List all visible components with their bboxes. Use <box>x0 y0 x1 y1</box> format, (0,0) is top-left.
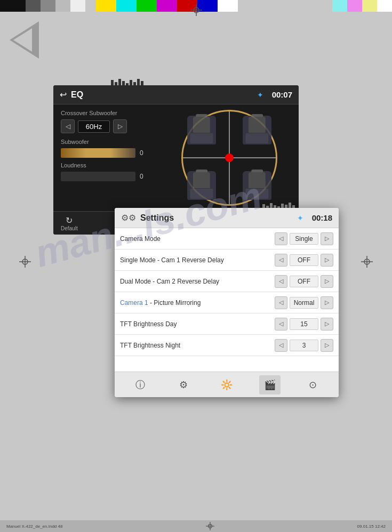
subwoofer-slider[interactable] <box>61 148 135 158</box>
dual-mode-value: OFF <box>290 276 318 287</box>
settings-tab-sound[interactable]: 🔆 <box>216 375 237 394</box>
picture-mirroring-increase-button[interactable]: ▷ <box>321 296 333 309</box>
single-mode-control: ◁ OFF ▷ <box>275 254 333 267</box>
brightness-day-control: ◁ 15 ▷ <box>275 318 333 331</box>
settings-tab-camera[interactable]: 🎬 <box>259 375 281 394</box>
crossover-decrease-button[interactable]: ◁ <box>61 119 75 133</box>
brightness-day-increase-button[interactable]: ▷ <box>321 318 333 331</box>
settings-row-brightness-night: TFT Brightness Night ◁ 3 ▷ <box>115 335 339 356</box>
settings-title: Settings <box>140 213 297 223</box>
color-lcyan <box>332 0 347 12</box>
bottom-left-text: Manuel X-422_de_en.Indd 48 <box>6 524 62 529</box>
speaker-circle <box>181 110 277 206</box>
settings-tab-general[interactable]: ⚙ <box>173 375 194 394</box>
dual-mode-control: ◁ OFF ▷ <box>275 275 333 288</box>
settings-row-dual-mode: Dual Mode - Cam 2 Reverse Delay ◁ OFF ▷ <box>115 271 339 292</box>
settings-row-brightness-day: TFT Brightness Day ◁ 15 ▷ <box>115 313 339 335</box>
color-mgray <box>41 0 55 12</box>
color-lyellow <box>362 0 377 12</box>
loudness-slider[interactable] <box>61 172 135 181</box>
color-lmagenta <box>347 0 362 12</box>
eq-speaker-visual <box>160 104 299 211</box>
camera-mode-decrease-button[interactable]: ◁ <box>275 232 287 245</box>
color-cyan <box>116 0 137 12</box>
seat-front-right[interactable] <box>243 116 271 144</box>
brightness-night-control: ◁ 3 ▷ <box>275 339 333 352</box>
eq-body: Crossover Subwoofer ◁ 60Hz ▷ Subwoofer 0… <box>53 104 299 211</box>
brightness-day-label: TFT Brightness Day <box>120 320 275 328</box>
bottom-crosshair-icon <box>206 522 214 530</box>
single-mode-increase-button[interactable]: ▷ <box>321 254 333 267</box>
picture-mirroring-value: Normal <box>290 297 318 309</box>
camera-mode-control: ◁ Single ▷ <box>275 232 333 245</box>
arrow-decoration-inner <box>13 28 32 52</box>
settings-screen: ⚙⚙ Settings ✦ 00:18 Camera Mode ◁ Single… <box>115 208 339 397</box>
camera-tab-icon: 🎬 <box>264 379 276 391</box>
seat-front-left[interactable] <box>187 116 216 144</box>
color-magenta <box>157 0 177 12</box>
camera-mode-value: Single <box>290 233 318 245</box>
default-label: Default <box>61 225 78 231</box>
crossover-value: 60Hz <box>78 120 110 133</box>
color-lgray <box>55 0 70 12</box>
bottom-bar: Manuel X-422_de_en.Indd 48 09.01.15 12:4… <box>0 520 392 532</box>
camera1-highlight: Camera 1 <box>120 299 148 307</box>
color-white3 <box>377 0 392 12</box>
brightness-day-value: 15 <box>290 318 318 330</box>
sound-tab-icon: 🔆 <box>221 379 233 391</box>
settings-tab-info[interactable]: ⓘ <box>130 375 151 394</box>
settings-gear-icon: ⚙⚙ <box>121 213 136 223</box>
eq-bluetooth-icon: ✦ <box>257 91 263 99</box>
loudness-slider-row: 0 <box>61 172 153 181</box>
seat-rear-right[interactable] <box>243 171 271 200</box>
dual-mode-decrease-button[interactable]: ◁ <box>275 275 287 288</box>
loudness-value: 0 <box>140 173 143 180</box>
brightness-night-label: TFT Brightness Night <box>120 342 275 349</box>
crossover-control-row: ◁ 60Hz ▷ <box>61 119 153 133</box>
subwoofer-slider-row: 0 <box>61 148 153 158</box>
crossover-increase-button[interactable]: ▷ <box>113 119 127 133</box>
eq-default-button[interactable]: ↻ Default <box>61 215 78 231</box>
crossover-label: Crossover Subwoofer <box>61 110 153 116</box>
top-crosshair-icon <box>190 4 202 16</box>
brightness-night-increase-button[interactable]: ▷ <box>321 339 333 352</box>
picture-mirroring-decrease-button[interactable]: ◁ <box>275 296 287 309</box>
settings-time-display: 00:18 <box>312 213 332 222</box>
color-black <box>0 0 26 12</box>
settings-tab-extra[interactable]: ⊙ <box>302 375 324 394</box>
color-gap2 <box>238 0 332 12</box>
settings-row-camera-mode: Camera Mode ◁ Single ▷ <box>115 228 339 249</box>
picture-mirroring-label: Camera 1 - Picture Mirroring <box>120 299 275 307</box>
color-gap <box>85 0 96 12</box>
brightness-night-decrease-button[interactable]: ◁ <box>275 339 287 352</box>
extra-tab-icon: ⊙ <box>309 379 317 391</box>
color-dgray <box>26 0 41 12</box>
bottom-right-text: 09.01.15 12:42 <box>357 524 386 529</box>
eq-time-display: 00:07 <box>272 90 292 99</box>
camera-mode-label: Camera Mode <box>120 235 275 243</box>
seat-rear-left[interactable] <box>187 171 216 200</box>
single-mode-decrease-button[interactable]: ◁ <box>275 254 287 267</box>
dual-mode-increase-button[interactable]: ▷ <box>321 275 333 288</box>
eq-title: EQ <box>71 90 257 100</box>
brightness-night-value: 3 <box>290 340 318 351</box>
right-crosshair-icon <box>361 256 373 268</box>
subwoofer-label: Subwoofer <box>61 139 153 145</box>
single-mode-label: Single Mode - Cam 1 Reverse Delay <box>120 256 275 264</box>
left-crosshair-icon <box>19 256 31 268</box>
color-white <box>70 0 85 12</box>
settings-row-picture-mirroring: Camera 1 - Picture Mirroring ◁ Normal ▷ <box>115 292 339 313</box>
picture-mirroring-control: ◁ Normal ▷ <box>275 296 333 309</box>
info-tab-icon: ⓘ <box>135 378 145 391</box>
color-white2 <box>218 0 238 12</box>
eq-controls-panel: Crossover Subwoofer ◁ 60Hz ▷ Subwoofer 0… <box>53 104 160 211</box>
speaker-center-dot[interactable] <box>225 154 234 162</box>
eq-back-button[interactable]: ↩ <box>60 90 67 100</box>
single-mode-value: OFF <box>290 254 318 266</box>
color-yellow <box>96 0 116 12</box>
general-tab-icon: ⚙ <box>179 379 188 391</box>
settings-row-single-mode: Single Mode - Cam 1 Reverse Delay ◁ OFF … <box>115 249 339 271</box>
brightness-day-decrease-button[interactable]: ◁ <box>275 318 287 331</box>
camera-mode-increase-button[interactable]: ▷ <box>321 232 333 245</box>
eq-header: ↩ EQ ✦ 00:07 <box>53 85 299 104</box>
